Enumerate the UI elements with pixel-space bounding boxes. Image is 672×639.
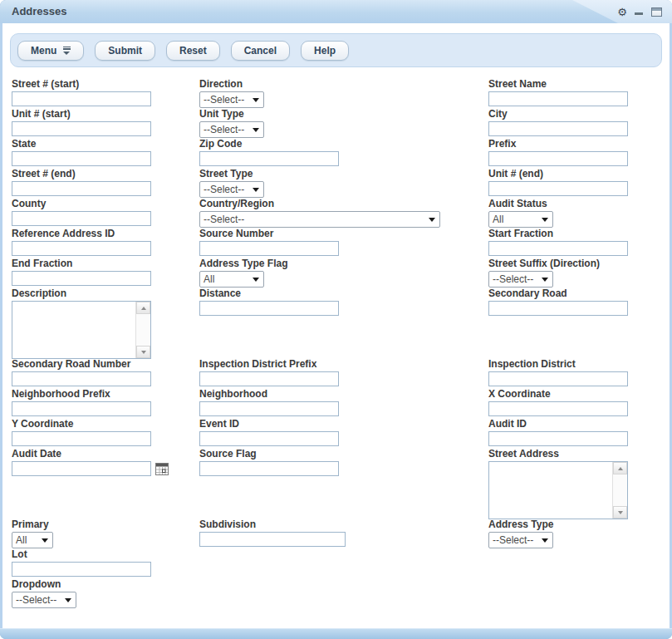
country-region-select-value: --Select-- <box>204 214 244 225</box>
audit-status-select-value: All <box>493 214 503 225</box>
street-suffix-direction-label: Street Suffix (Direction) <box>488 258 600 269</box>
chevron-down-icon <box>542 218 548 222</box>
prefix-label: Prefix <box>488 139 628 150</box>
subdivision-input[interactable] <box>199 532 346 547</box>
street-name-input[interactable] <box>488 91 628 106</box>
maximize-icon[interactable] <box>651 7 662 17</box>
reference-address-id-input[interactable] <box>12 241 151 256</box>
source-number-input[interactable] <box>199 241 339 256</box>
primary-select[interactable]: All <box>12 532 53 548</box>
calendar-icon[interactable] <box>155 463 169 476</box>
addresses-window: Addresses ⚙ Menu Submit Reset Cancel Hel… <box>0 0 672 639</box>
address-type-flag-select[interactable]: All <box>199 271 264 288</box>
help-button[interactable]: Help <box>301 41 349 61</box>
primary-label: Primary <box>12 519 53 530</box>
reset-button[interactable]: Reset <box>166 41 220 61</box>
window-border-left <box>0 23 2 629</box>
audit-date-input[interactable] <box>12 461 151 476</box>
description-textarea-input[interactable] <box>12 302 140 361</box>
secondary-road-number-input[interactable] <box>12 371 151 386</box>
unit-type-label: Unit Type <box>199 109 264 120</box>
unit-type-select-value: --Select-- <box>204 124 244 135</box>
title-bar: Addresses ⚙ <box>0 0 672 23</box>
chevron-down-icon <box>65 598 71 602</box>
inspection-district-input[interactable] <box>488 371 628 386</box>
county-input[interactable] <box>12 211 151 226</box>
direction-select[interactable]: --Select-- <box>199 91 264 108</box>
street-address-scrollbar[interactable] <box>612 462 627 519</box>
inspection-district-label: Inspection District <box>488 359 628 370</box>
street-address-textarea[interactable] <box>488 461 628 519</box>
start-fraction-input[interactable] <box>488 241 628 256</box>
secondary-road-label: Secondary Road <box>488 288 628 299</box>
unit-number-start-input[interactable] <box>12 121 151 136</box>
street-type-select[interactable]: --Select-- <box>199 181 264 198</box>
street-number-start-input[interactable] <box>12 91 151 106</box>
secondary-road-input[interactable] <box>488 301 628 316</box>
end-fraction-input[interactable] <box>12 271 151 286</box>
scroll-down-icon[interactable] <box>136 346 150 358</box>
address-type-flag-label: Address Type Flag <box>199 258 287 269</box>
lot-input[interactable] <box>12 562 151 577</box>
source-number-label: Source Number <box>199 229 339 239</box>
state-input[interactable] <box>12 151 151 166</box>
street-number-end-input[interactable] <box>12 181 151 196</box>
unit-number-end-label: Unit # (end) <box>488 169 628 179</box>
menu-dropdown-icon <box>62 47 71 55</box>
description-textarea[interactable] <box>12 301 151 359</box>
neighborhood-prefix-input[interactable] <box>12 401 151 416</box>
event-id-input[interactable] <box>199 431 339 446</box>
zip-code-input[interactable] <box>199 151 339 166</box>
street-address-label: Street Address <box>488 449 628 460</box>
menu-button[interactable]: Menu <box>17 41 84 61</box>
source-flag-label: Source Flag <box>199 449 339 460</box>
cancel-button[interactable]: Cancel <box>231 41 290 61</box>
audit-status-select[interactable]: All <box>488 211 553 228</box>
x-coordinate-label: X Coordinate <box>488 389 628 400</box>
scroll-down-icon[interactable] <box>613 506 627 519</box>
chevron-down-icon <box>429 218 435 222</box>
chevron-down-icon <box>253 278 259 282</box>
audit-date-label: Audit Date <box>12 449 151 460</box>
city-input[interactable] <box>488 121 628 136</box>
prefix-input[interactable] <box>488 151 628 166</box>
audit-id-input[interactable] <box>488 431 628 446</box>
y-coordinate-label: Y Coordinate <box>12 419 151 430</box>
address-type-select[interactable]: --Select-- <box>488 532 553 548</box>
subdivision-label: Subdivision <box>199 519 346 530</box>
city-label: City <box>488 109 628 120</box>
street-address-textarea-input[interactable] <box>489 462 616 522</box>
distance-label: Distance <box>199 288 339 299</box>
unit-type-select[interactable]: --Select-- <box>199 121 264 138</box>
window-controls: ⚙ <box>617 0 662 23</box>
street-name-label: Street Name <box>488 79 628 90</box>
dropdown-select-value: --Select-- <box>16 594 56 606</box>
y-coordinate-input[interactable] <box>12 431 151 446</box>
audit-id-label: Audit ID <box>488 419 628 430</box>
chevron-down-icon <box>253 98 259 102</box>
country-region-select[interactable]: --Select-- <box>199 211 440 228</box>
minimize-icon[interactable] <box>635 7 644 17</box>
source-flag-input[interactable] <box>199 461 339 476</box>
address-type-select-value: --Select-- <box>493 534 533 546</box>
primary-select-value: All <box>16 534 27 546</box>
address-type-label: Address Type <box>488 519 553 530</box>
scroll-up-icon[interactable] <box>136 302 150 314</box>
x-coordinate-input[interactable] <box>488 401 628 416</box>
submit-button[interactable]: Submit <box>95 41 155 61</box>
audit-status-label: Audit Status <box>488 199 553 209</box>
unit-number-end-input[interactable] <box>488 181 628 196</box>
neighborhood-label: Neighborhood <box>199 389 339 400</box>
window-border-bottom <box>0 628 672 639</box>
start-fraction-label: Start Fraction <box>488 229 628 239</box>
description-scrollbar[interactable] <box>135 302 150 358</box>
inspection-district-prefix-input[interactable] <box>199 371 339 386</box>
menu-button-label: Menu <box>31 45 56 57</box>
tools-icon[interactable]: ⚙ <box>617 7 627 17</box>
street-suffix-direction-select[interactable]: --Select-- <box>488 271 553 288</box>
neighborhood-input[interactable] <box>199 401 339 416</box>
distance-input[interactable] <box>199 301 339 316</box>
dropdown-select[interactable]: --Select-- <box>12 592 76 608</box>
direction-label: Direction <box>199 79 264 90</box>
scroll-up-icon[interactable] <box>613 462 627 474</box>
